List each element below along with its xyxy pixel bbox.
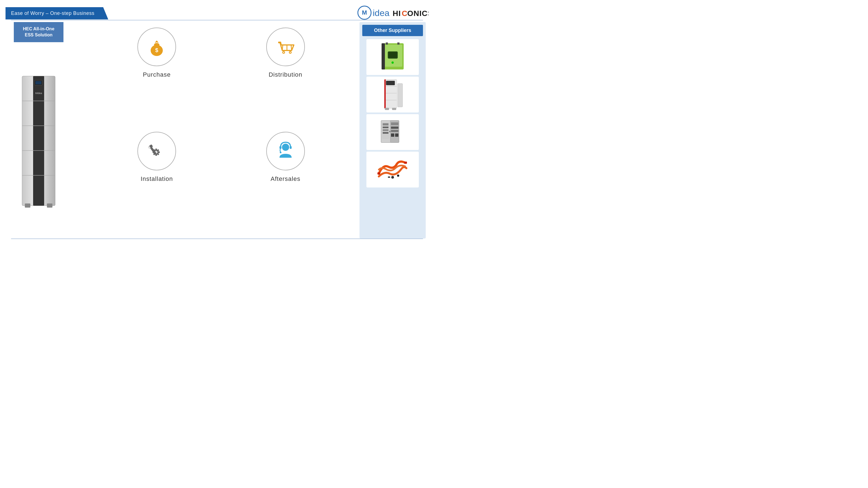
svg-rect-72 bbox=[383, 127, 389, 128]
svg-point-51 bbox=[392, 62, 394, 64]
supplier-battery-img bbox=[366, 77, 419, 112]
svg-point-78 bbox=[391, 176, 394, 178]
svg-rect-50 bbox=[389, 52, 397, 58]
svg-point-28 bbox=[290, 52, 291, 53]
svg-point-18 bbox=[154, 43, 159, 47]
svg-rect-68 bbox=[391, 133, 394, 137]
svg-text:$: $ bbox=[155, 47, 158, 53]
tools-icon bbox=[146, 141, 168, 161]
svg-rect-76 bbox=[377, 172, 380, 174]
svg-rect-35 bbox=[155, 154, 157, 156]
ess-unit-svg: Midea bbox=[21, 73, 57, 211]
svg-point-27 bbox=[283, 52, 284, 53]
service-purchase: $ Purchase bbox=[137, 28, 176, 129]
svg-rect-33 bbox=[158, 151, 160, 153]
brand-logo: M idea HI C ONICS bbox=[357, 5, 429, 22]
svg-rect-71 bbox=[383, 123, 389, 125]
header: Ease of Worry – One-step Business M idea… bbox=[0, 5, 434, 22]
svg-rect-67 bbox=[391, 130, 398, 132]
svg-rect-65 bbox=[391, 122, 398, 125]
installation-label: Installation bbox=[141, 175, 173, 183]
cabinet-svg bbox=[379, 118, 406, 146]
svg-rect-62 bbox=[398, 84, 403, 107]
other-suppliers-header: Other Suppliers bbox=[362, 25, 423, 36]
headset-icon bbox=[275, 141, 297, 161]
svg-rect-74 bbox=[383, 132, 389, 134]
battery-stack-svg bbox=[379, 78, 406, 111]
service-installation: Installation bbox=[137, 132, 176, 233]
purchase-circle: $ bbox=[137, 28, 176, 66]
svg-text:C: C bbox=[402, 9, 407, 18]
svg-rect-48 bbox=[381, 43, 385, 69]
svg-line-24 bbox=[281, 42, 281, 45]
svg-rect-13 bbox=[35, 81, 41, 85]
installation-circle bbox=[137, 132, 176, 170]
svg-point-45 bbox=[280, 152, 281, 153]
svg-rect-73 bbox=[383, 129, 389, 131]
supplier-inverter-img bbox=[366, 39, 419, 75]
aftersales-label: Aftersales bbox=[271, 175, 301, 183]
main-content: HEC All-in-One ESS Solution bbox=[0, 22, 434, 238]
service-distribution: Distribution bbox=[266, 28, 305, 129]
svg-rect-66 bbox=[391, 127, 398, 129]
other-suppliers-panel: Other Suppliers bbox=[360, 22, 426, 238]
logo-area: M idea HI C ONICS bbox=[357, 5, 429, 22]
svg-rect-53 bbox=[397, 42, 400, 45]
left-panel: HEC All-in-One ESS Solution bbox=[11, 22, 66, 238]
svg-rect-58 bbox=[384, 79, 386, 108]
ess-product-image: Midea bbox=[18, 46, 59, 238]
svg-rect-61 bbox=[392, 108, 396, 110]
svg-point-75 bbox=[389, 131, 391, 132]
svg-rect-7 bbox=[33, 76, 44, 206]
distribution-circle bbox=[266, 28, 305, 66]
svg-text:HI: HI bbox=[393, 9, 401, 18]
svg-rect-77 bbox=[404, 162, 407, 164]
distribution-label: Distribution bbox=[269, 71, 302, 78]
top-divider bbox=[11, 20, 423, 21]
supplier-cables-img bbox=[366, 152, 419, 188]
svg-rect-15 bbox=[47, 203, 53, 207]
svg-rect-80 bbox=[388, 176, 390, 178]
svg-rect-60 bbox=[385, 108, 389, 110]
inverter-svg bbox=[380, 42, 405, 72]
cables-svg bbox=[377, 159, 408, 181]
svg-rect-31 bbox=[155, 149, 157, 150]
svg-rect-69 bbox=[395, 133, 398, 137]
svg-rect-59 bbox=[386, 81, 395, 85]
purchase-label: Purchase bbox=[143, 71, 171, 78]
page-title: Ease of Worry – One-step Business bbox=[5, 7, 108, 20]
cart-icon bbox=[275, 37, 297, 57]
aftersales-circle bbox=[266, 132, 305, 170]
svg-point-79 bbox=[397, 174, 399, 177]
svg-text:idea: idea bbox=[373, 8, 390, 18]
services-grid: $ Purchase bbox=[83, 22, 360, 238]
bottom-divider bbox=[11, 238, 423, 239]
svg-text:M: M bbox=[362, 9, 367, 16]
svg-line-23 bbox=[291, 45, 291, 51]
svg-line-21 bbox=[282, 45, 283, 51]
supplier-cabinet-img bbox=[366, 114, 419, 150]
svg-rect-52 bbox=[386, 42, 388, 45]
svg-point-42 bbox=[282, 144, 289, 151]
svg-text:ONICS: ONICS bbox=[407, 9, 429, 18]
hec-label: HEC All-in-One ESS Solution bbox=[14, 22, 63, 42]
svg-text:Midea: Midea bbox=[35, 92, 42, 95]
service-aftersales: Aftersales bbox=[266, 132, 305, 233]
svg-rect-14 bbox=[25, 203, 30, 207]
money-bag-icon: $ bbox=[147, 37, 167, 57]
svg-rect-44 bbox=[290, 146, 291, 149]
